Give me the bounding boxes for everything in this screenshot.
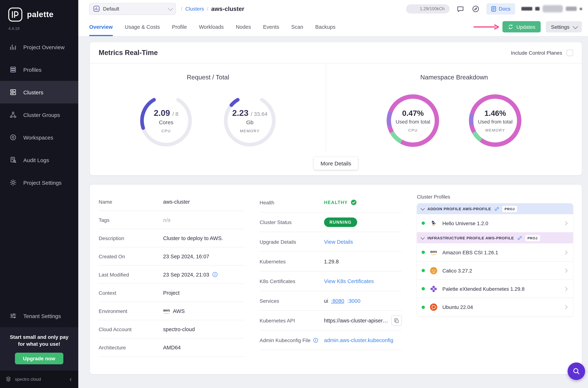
detail-row-admin-kubeconfig: Admin Kubeconfig File admin.aws-cluster.… [260, 330, 402, 350]
calico-icon [429, 266, 438, 275]
gear-icon [9, 179, 17, 186]
redacted-item [580, 7, 582, 10]
copy-button[interactable] [391, 315, 402, 326]
tab-overview[interactable]: Overview [89, 18, 113, 36]
settings-button[interactable]: Settings [546, 21, 582, 32]
tabbar-actions: Updates Settings [474, 21, 582, 32]
include-control-planes: Include Control Planes [511, 49, 573, 56]
cpu-gauge: 2.09 / 8 Cores CPU [138, 92, 194, 149]
detail-value: aws-cluster [163, 199, 244, 205]
status-dot [422, 221, 425, 225]
breadcrumb-clusters-link[interactable]: Clusters [185, 6, 204, 12]
aws-logo-icon: aws [163, 308, 170, 314]
sidebar-nav: Project Overview Profiles Clusters Clust… [0, 36, 78, 194]
main-area: Default / Clusters / aws-cluster 1.29/10… [78, 0, 588, 388]
sidebar-item-cluster-groups[interactable]: Cluster Groups [0, 103, 78, 126]
infrastructure-profile-header[interactable]: INFRASTRUCTURE PROFILE AWS-PROFILE PROJ [417, 232, 573, 243]
target-icon [9, 134, 17, 141]
tab-nodes[interactable]: Nodes [236, 18, 251, 36]
profile-item-palette-extended-kubernetes[interactable]: Palette eXtended Kubernetes 1.29.8 [417, 280, 573, 298]
detail-row-cloud-account: Cloud Account spectro-cloud [99, 320, 244, 339]
gauge-total: / 8 [172, 111, 178, 117]
view-k8s-certificates-link[interactable]: View K8s Certificates [324, 278, 374, 284]
sidebar-item-label: Tenant Settings [23, 313, 61, 319]
sidebar-item-audit-logs[interactable]: Audit Logs [0, 149, 78, 171]
check-circle-icon [351, 199, 357, 205]
detail-row-environment: Environment awsAWS [99, 302, 244, 320]
service-port-link[interactable]: :3000 [347, 298, 361, 304]
sidebar-item-project-settings[interactable]: Project Settings [0, 171, 78, 194]
kubeconfig-link[interactable]: admin.aws-cluster.kubeconfig [324, 337, 393, 343]
explore-button[interactable] [471, 4, 480, 13]
view-details-link[interactable]: View Details [324, 239, 353, 245]
detail-row-name: Name aws-cluster [99, 193, 244, 211]
sidebar-item-clusters[interactable]: Clusters [0, 81, 78, 103]
redacted-user-info [521, 5, 582, 12]
sidebar-item-workspaces[interactable]: Workspaces [0, 126, 78, 149]
proj-badge: PROJ [502, 206, 517, 212]
tab-profile[interactable]: Profile [172, 18, 187, 36]
detail-value: Project [163, 290, 244, 296]
assistant-search-fab[interactable] [568, 363, 585, 380]
detail-value: spectro-cloud [163, 326, 244, 332]
include-control-planes-checkbox[interactable] [566, 49, 573, 56]
detail-row-k8s-certificates: K8s Certificates View K8s Certificates [260, 271, 402, 291]
brand[interactable]: palette [0, 0, 78, 23]
detail-value: n/a [163, 217, 244, 223]
detail-value: Cluster to deploy to AWS. [163, 235, 244, 241]
aws-logo-icon: aws [429, 247, 438, 257]
detail-label: Health [260, 199, 323, 205]
sidebar-item-profiles[interactable]: Profiles [0, 58, 78, 81]
detail-row-upgrade-details: Upgrade Details View Details [260, 232, 402, 252]
more-details-button[interactable]: More Details [314, 157, 358, 170]
addon-profile-header[interactable]: ADDON PROFILE AWS-PROFILE PROJ [417, 203, 573, 214]
annotation-arrow [474, 24, 500, 30]
sidebar-item-tenant-settings[interactable]: Tenant Settings [0, 305, 78, 327]
clusters-icon [9, 89, 17, 96]
detail-label: Context [99, 290, 162, 296]
chevron-right-icon [564, 268, 568, 273]
upgrade-now-button[interactable]: Upgrade now [15, 353, 63, 364]
chat-button[interactable] [456, 4, 465, 13]
promo-line2: for what you use! [5, 341, 73, 348]
cluster-profiles-title: Cluster Profiles [417, 194, 573, 200]
chevron-right-icon [564, 250, 568, 254]
link-icon [495, 206, 499, 211]
breadcrumb-separator: / [181, 6, 182, 12]
docs-button[interactable]: Docs [486, 3, 515, 14]
gauge-total: / 33.64 [251, 111, 268, 117]
info-icon[interactable] [313, 338, 318, 343]
tab-usage-costs[interactable]: Usage & Costs [125, 18, 160, 36]
detail-label: Name [99, 199, 162, 205]
cluster-profiles-box: ADDON PROFILE AWS-PROFILE PROJ Hello Uni… [417, 203, 573, 316]
profile-item-amazon-ebs-csi[interactable]: aws Amazon EBS CSI 1.26.1 [417, 243, 573, 262]
app-version: 4.4.19 [0, 23, 78, 36]
tab-workloads[interactable]: Workloads [199, 18, 224, 36]
detail-label: Cloud Account [99, 326, 162, 332]
donut-text: 0.47% Used from total CPU [384, 92, 441, 149]
detail-label: Cluster Status [260, 219, 323, 225]
info-icon[interactable] [212, 272, 218, 277]
tab-events[interactable]: Events [263, 18, 279, 36]
detail-label: Tags [99, 217, 162, 223]
refresh-icon [508, 24, 514, 29]
detail-label: K8s Certificates [260, 278, 323, 284]
doc-icon [491, 6, 496, 11]
profile-item-hello-universe[interactable]: Hello Universe 1.2.0 [417, 214, 573, 232]
sidebar-item-label: Profiles [23, 67, 42, 73]
profile-item-calico[interactable]: Calico 3.27.2 [417, 262, 573, 280]
updates-button[interactable]: Updates [503, 21, 541, 32]
collapse-sidebar-button[interactable]: ‹ [68, 376, 73, 383]
tab-scan[interactable]: Scan [291, 18, 303, 36]
tab-backups[interactable]: Backups [315, 18, 336, 36]
gauge-label: CPU [161, 129, 171, 133]
profile-item-ubuntu[interactable]: Ubuntu 22.04 [417, 298, 573, 316]
metrics-header: Metrics Real-Time Include Control Planes [90, 42, 582, 63]
donut-subtitle: Used from total [396, 119, 430, 125]
service-port-link[interactable]: :8080 [331, 298, 344, 304]
project-selector[interactable]: Default [89, 3, 176, 15]
detail-label: Environment [99, 308, 162, 314]
gauge-unit: Cores [159, 119, 173, 125]
sidebar-item-project-overview[interactable]: Project Overview [0, 36, 78, 58]
donut-text: 1.46% Used from total MEMORY [467, 92, 523, 149]
